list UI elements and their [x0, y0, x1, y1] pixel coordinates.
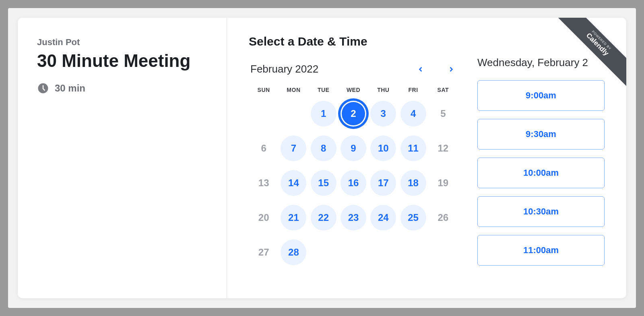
calendar-cell: 26 [428, 204, 458, 232]
time-slot-button[interactable]: 10:30am [477, 196, 605, 227]
calendar-day: 5 [430, 101, 456, 127]
calendar-cell: 16 [339, 169, 368, 197]
clock-icon [37, 82, 49, 94]
calendar-cell [249, 100, 279, 128]
calendar-day[interactable]: 7 [281, 135, 306, 161]
calendar-day[interactable]: 16 [341, 170, 366, 196]
month-row: February 2022 [249, 63, 458, 75]
time-slot-list: 9:00am9:30am10:00am10:30am11:00am [477, 80, 605, 266]
calendar-cell: 13 [249, 169, 279, 197]
calendar-day[interactable]: 1 [311, 101, 336, 127]
calendar-day: 20 [251, 205, 277, 231]
calendar-column: Select a Date & Time February 2022 SUNMO… [249, 35, 458, 298]
calendar-day[interactable]: 9 [341, 135, 366, 161]
calendar-day[interactable]: 3 [370, 101, 396, 127]
host-name: Justin Pot [37, 37, 207, 48]
calendar-cell: 1 [309, 100, 339, 128]
time-slot-button[interactable]: 9:00am [477, 80, 605, 111]
section-title: Select a Date & Time [249, 35, 458, 48]
calendar-cell: 9 [339, 134, 368, 162]
calendar-cell [279, 100, 308, 128]
calendar-day[interactable]: 25 [400, 205, 426, 231]
calendar-day[interactable]: 28 [281, 239, 306, 265]
calendar-day: 6 [251, 135, 277, 161]
calendar-day: 12 [430, 135, 456, 161]
day-header: THU [368, 87, 398, 93]
calendar-cell: 3 [368, 100, 398, 128]
calendar-day[interactable]: 14 [281, 170, 306, 196]
calendar-cell: 8 [309, 134, 339, 162]
calendar-day[interactable]: 10 [370, 135, 396, 161]
calendar-day[interactable]: 22 [311, 205, 336, 231]
month-label: February 2022 [250, 63, 318, 75]
calendar-cell: 12 [428, 134, 458, 162]
calendar-cell: 23 [339, 204, 368, 232]
calendar-day[interactable]: 21 [281, 205, 306, 231]
time-slot-button[interactable]: 11:00am [477, 235, 605, 266]
calendar-cell: 19 [428, 169, 458, 197]
booking-card: POWERED BY Calendly Justin Pot 30 Minute… [18, 18, 626, 298]
calendar-day[interactable]: 2 [341, 101, 366, 127]
calendar-cell: 18 [398, 169, 428, 197]
event-title: 30 Minute Meeting [37, 51, 207, 71]
day-header: SAT [428, 87, 458, 93]
selected-date-label: Wednesday, February 2 [477, 56, 605, 69]
calendar-grid: 1234567891011121314151617181920212223242… [249, 100, 458, 266]
day-header: TUE [309, 87, 339, 93]
calendar-cell: 27 [249, 238, 279, 266]
calendar-cell: 7 [279, 134, 308, 162]
calendar-cell: 5 [428, 100, 458, 128]
picker-panel: Select a Date & Time February 2022 SUNMO… [227, 18, 626, 298]
duration-text: 30 min [55, 83, 85, 94]
day-header: FRI [398, 87, 428, 93]
calendar-day[interactable]: 23 [341, 205, 366, 231]
calendar-day[interactable]: 24 [370, 205, 396, 231]
calendar-day[interactable]: 18 [400, 170, 426, 196]
calendar-day[interactable]: 4 [400, 101, 426, 127]
calendar-day[interactable]: 17 [370, 170, 396, 196]
calendar-day[interactable]: 8 [311, 135, 336, 161]
calendar-cell: 17 [368, 169, 398, 197]
duration-row: 30 min [37, 82, 207, 94]
day-header: SUN [249, 87, 279, 93]
calendar-day: 26 [430, 205, 456, 231]
calendar-cell: 11 [398, 134, 428, 162]
calendar-cell: 20 [249, 204, 279, 232]
calendar-cell: 6 [249, 134, 279, 162]
calendar-cell: 24 [368, 204, 398, 232]
day-header: MON [279, 87, 308, 93]
time-slot-button[interactable]: 9:30am [477, 119, 605, 150]
month-nav [415, 64, 456, 75]
calendar-cell: 10 [368, 134, 398, 162]
calendar-day[interactable]: 15 [311, 170, 336, 196]
calendar-day: 19 [430, 170, 456, 196]
calendar-cell: 28 [279, 238, 308, 266]
calendar-day[interactable]: 11 [400, 135, 426, 161]
day-header: WED [339, 87, 368, 93]
calendar-day: 13 [251, 170, 277, 196]
event-details-panel: Justin Pot 30 Minute Meeting 30 min [18, 18, 227, 298]
chevron-left-icon [417, 65, 425, 73]
day-of-week-headers: SUNMONTUEWEDTHUFRISAT [249, 87, 458, 93]
calendar-cell: 14 [279, 169, 308, 197]
next-month-button[interactable] [446, 64, 456, 75]
calendar-cell: 2 [339, 100, 368, 128]
calendar-cell: 21 [279, 204, 308, 232]
calendar-cell: 4 [398, 100, 428, 128]
time-slot-button[interactable]: 10:00am [477, 158, 605, 188]
calendar-cell: 22 [309, 204, 339, 232]
chevron-right-icon [447, 65, 455, 73]
calendar-cell: 15 [309, 169, 339, 197]
times-column: Wednesday, February 2 9:00am9:30am10:00a… [477, 35, 605, 298]
calendar-cell: 25 [398, 204, 428, 232]
prev-month-button[interactable] [415, 64, 426, 75]
calendar-day: 27 [251, 239, 277, 265]
